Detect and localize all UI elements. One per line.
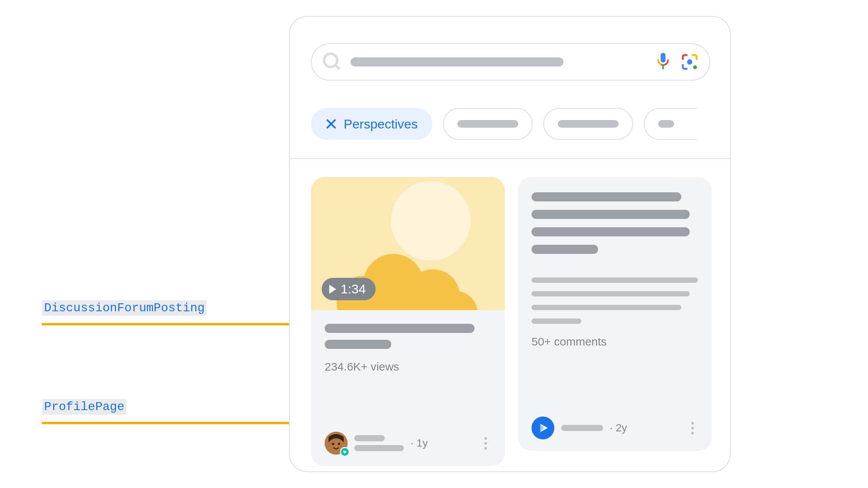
video-duration-text: 1:34 <box>341 282 366 296</box>
chip-placeholder-text <box>658 120 674 128</box>
author-name-placeholder <box>354 435 385 441</box>
more-options-icon[interactable] <box>687 422 698 434</box>
author-name-lines <box>354 435 404 451</box>
svg-rect-0 <box>661 53 666 63</box>
chip-perspectives[interactable]: Perspectives <box>311 108 432 140</box>
source-name-placeholder <box>561 425 603 431</box>
search-icon <box>322 52 342 72</box>
author-name-placeholder <box>354 445 404 451</box>
title-line-placeholder <box>325 324 474 333</box>
post-age: · 2y <box>610 422 627 434</box>
chip-placeholder-3[interactable] <box>644 108 697 140</box>
result-card-post[interactable]: 50+ comments · 2y <box>518 177 712 451</box>
annotation-discussion: DiscussionForumPosting <box>42 300 207 316</box>
text-line-placeholder <box>532 210 690 219</box>
section-divider <box>290 158 730 159</box>
body-line-placeholder <box>532 305 681 310</box>
chip-placeholder-text <box>558 120 619 128</box>
svg-point-5 <box>332 443 334 445</box>
verified-badge-icon <box>340 447 350 457</box>
video-age: · 1y <box>411 437 428 449</box>
annotation-profile: ProfilePage <box>42 399 127 415</box>
search-bar[interactable] <box>311 43 710 81</box>
post-comments: 50+ comments <box>532 324 698 348</box>
close-icon[interactable] <box>325 118 337 130</box>
svg-point-3 <box>693 65 697 69</box>
chip-placeholder-1[interactable] <box>443 108 533 140</box>
source-name-lines <box>561 425 603 431</box>
search-query-placeholder <box>351 57 563 67</box>
video-duration-badge: 1:34 <box>322 278 376 300</box>
author-avatar[interactable] <box>325 432 348 455</box>
play-icon <box>329 285 336 294</box>
chip-placeholder-text <box>457 120 518 128</box>
source-avatar[interactable] <box>532 417 554 439</box>
post-footer: · 2y <box>518 417 712 451</box>
video-footer: · 1y <box>311 432 505 466</box>
video-title-lines <box>311 310 505 349</box>
device-frame: Perspectives <box>289 16 731 472</box>
results-cards: 1:34 234.6K+ views <box>311 177 712 466</box>
more-options-icon[interactable] <box>480 437 491 450</box>
chip-perspectives-label: Perspectives <box>344 117 418 132</box>
result-card-video[interactable]: 1:34 234.6K+ views <box>311 177 505 466</box>
mic-icon[interactable] <box>654 53 672 71</box>
lens-icon[interactable] <box>681 53 699 71</box>
text-line-placeholder <box>532 192 681 201</box>
chip-placeholder-2[interactable] <box>543 108 633 140</box>
svg-point-2 <box>687 59 692 65</box>
annotation-profile-line <box>42 422 327 424</box>
title-line-placeholder <box>325 340 391 349</box>
body-line-placeholder <box>532 277 698 283</box>
filter-chips-row: Perspectives <box>311 108 697 140</box>
video-views: 234.6K+ views <box>311 349 505 373</box>
text-line-placeholder <box>532 227 690 236</box>
body-line-placeholder <box>532 318 581 324</box>
annotation-profile-label: ProfilePage <box>42 399 127 415</box>
svg-point-6 <box>338 443 340 445</box>
body-line-placeholder <box>532 291 690 296</box>
annotation-discussion-label: DiscussionForumPosting <box>42 300 207 316</box>
post-text-lines <box>532 192 698 324</box>
video-thumbnail: 1:34 <box>311 177 505 310</box>
text-line-placeholder <box>532 245 598 254</box>
